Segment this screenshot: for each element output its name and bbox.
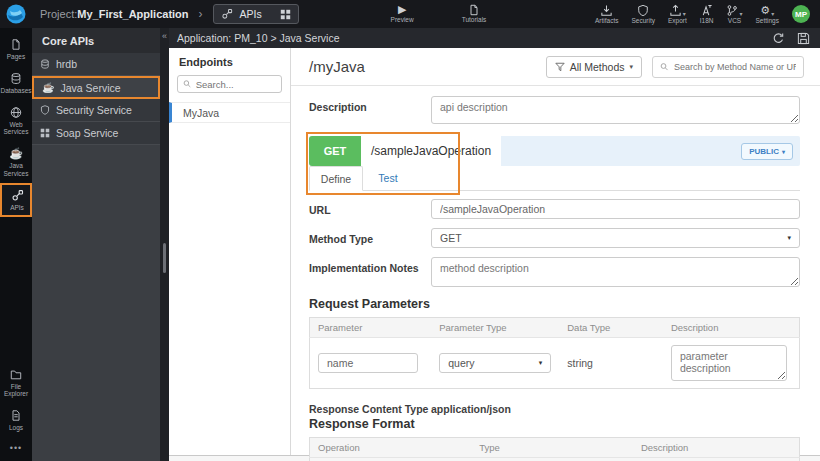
reload-icon[interactable] bbox=[772, 32, 785, 45]
sidebar-item-logs[interactable]: Logs bbox=[0, 403, 32, 437]
caret-down-icon: ▾ bbox=[782, 148, 785, 155]
database-icon bbox=[40, 59, 50, 69]
tutorials-button[interactable]: Tutorials bbox=[462, 4, 487, 24]
operation-block: GET /sampleJavaOperation PUBLIC ▾ Define… bbox=[309, 136, 800, 191]
save-icon[interactable] bbox=[797, 32, 810, 45]
preview-button[interactable]: ▶ Preview bbox=[391, 4, 414, 24]
soap-icon bbox=[40, 128, 50, 138]
more-options-icon[interactable]: ••• bbox=[0, 437, 32, 461]
access-dropdown[interactable]: PUBLIC ▾ bbox=[741, 143, 793, 160]
api-form: Description api description GET /sampleJ… bbox=[291, 86, 820, 461]
download-icon bbox=[600, 4, 613, 17]
parameter-description-textarea[interactable]: parameter description bbox=[671, 345, 787, 381]
sidebar-item-apis[interactable]: APIs bbox=[0, 183, 32, 217]
branch-icon bbox=[726, 4, 738, 17]
parameter-name-input[interactable] bbox=[318, 353, 418, 373]
method-type-value: GET bbox=[440, 232, 787, 244]
project-name: My_First_Application bbox=[77, 8, 188, 20]
tab-define[interactable]: Define bbox=[309, 166, 363, 191]
artifacts-label: Artifacts bbox=[595, 18, 618, 25]
caret-down-icon: ▾ bbox=[739, 11, 742, 17]
export-button[interactable]: ▾ Export bbox=[668, 4, 687, 25]
core-api-item-hrdb[interactable]: hrdb bbox=[32, 53, 160, 76]
document-icon bbox=[468, 4, 480, 16]
url-input[interactable] bbox=[431, 199, 800, 219]
description-textarea[interactable]: api description bbox=[431, 96, 800, 124]
access-label: PUBLIC bbox=[749, 147, 779, 156]
api-icon bbox=[11, 189, 24, 202]
pages-label: Pages bbox=[7, 53, 25, 61]
caret-down-icon: ▾ bbox=[539, 359, 543, 367]
topbar-actions: Artifacts Security ▾ Export I18N bbox=[595, 4, 810, 25]
table-row: sampleJavaOperation string No descriptio… bbox=[310, 458, 800, 461]
impl-notes-textarea[interactable]: method description bbox=[431, 257, 800, 287]
table-row: query ▾ string parameter description bbox=[310, 338, 800, 389]
column-header: Description bbox=[633, 438, 800, 458]
caret-down-icon: ▾ bbox=[683, 11, 686, 17]
core-api-item-java-service[interactable]: ☕ Java Service bbox=[32, 76, 160, 99]
sidebar-item-file-explorer[interactable]: File Explorer bbox=[0, 362, 32, 404]
user-avatar[interactable]: MP bbox=[792, 5, 810, 23]
parameter-type-select[interactable]: query ▾ bbox=[439, 353, 551, 373]
endpoint-item-myjava[interactable]: MyJava bbox=[169, 102, 290, 123]
endpoints-panel: Endpoints MyJava bbox=[169, 48, 291, 455]
coffee-icon: ☕ bbox=[42, 83, 54, 93]
method-search-input[interactable] bbox=[674, 62, 796, 72]
core-api-label: Security Service bbox=[56, 104, 132, 116]
search-icon bbox=[183, 79, 192, 89]
security-button[interactable]: Security bbox=[631, 4, 654, 25]
databases-label: Databases bbox=[0, 87, 31, 95]
method-search[interactable] bbox=[652, 56, 804, 78]
core-api-label: Soap Service bbox=[56, 127, 118, 139]
endpoints-search-input[interactable] bbox=[196, 79, 276, 90]
caret-down-icon: ▾ bbox=[629, 63, 633, 71]
panel-collapse-strip: « bbox=[160, 28, 169, 461]
vcs-label: VCS bbox=[728, 18, 741, 25]
sidebar-spacer bbox=[0, 217, 32, 362]
column-header: Description bbox=[663, 318, 800, 338]
artifacts-button[interactable]: Artifacts bbox=[595, 4, 618, 25]
settings-button[interactable]: ⚙ ▾ Settings bbox=[756, 4, 780, 25]
tab-test[interactable]: Test bbox=[363, 166, 413, 190]
http-method-badge[interactable]: GET bbox=[309, 136, 361, 166]
collapse-panel-icon[interactable]: « bbox=[160, 28, 169, 44]
operation-tabs: Define Test bbox=[309, 166, 800, 191]
shield-icon bbox=[637, 4, 649, 17]
sidebar-item-web-services[interactable]: Web Services bbox=[0, 100, 32, 142]
sidebar-item-java-services[interactable]: ☕ Java Services bbox=[0, 141, 32, 183]
tab-apis[interactable]: APIs bbox=[213, 4, 299, 24]
core-api-item-security-service[interactable]: Security Service bbox=[32, 99, 160, 122]
scrollbar-thumb[interactable] bbox=[163, 243, 166, 273]
upload-icon bbox=[669, 4, 682, 17]
core-api-item-soap-service[interactable]: Soap Service bbox=[32, 122, 160, 145]
sidebar-item-pages[interactable]: Pages bbox=[0, 32, 32, 66]
play-icon: ▶ bbox=[398, 4, 406, 16]
core-apis-title: Core APIs bbox=[32, 28, 160, 53]
i18n-label: I18N bbox=[700, 18, 714, 25]
api-header: /myJava All Methods ▾ bbox=[291, 48, 820, 86]
i18n-button[interactable]: I18N bbox=[700, 4, 714, 25]
all-methods-dropdown[interactable]: All Methods ▾ bbox=[546, 56, 642, 78]
breadcrumb: Application: PM_10 > Java Service bbox=[177, 32, 340, 44]
response-content-type-value: application/json bbox=[431, 398, 511, 415]
vcs-button[interactable]: ▾ VCS bbox=[726, 4, 742, 25]
column-header: Data Type bbox=[559, 318, 663, 338]
endpoints-search[interactable] bbox=[177, 75, 282, 93]
operation-path[interactable]: /sampleJavaOperation bbox=[361, 136, 501, 166]
method-type-select[interactable]: GET ▾ bbox=[431, 228, 800, 248]
apis-label: APIs bbox=[10, 204, 24, 212]
operation-header: GET /sampleJavaOperation PUBLIC ▾ bbox=[309, 136, 800, 166]
sidebar-item-databases[interactable]: Databases bbox=[0, 66, 32, 100]
method-type-label: Method Type bbox=[309, 228, 431, 248]
api-icon bbox=[221, 8, 233, 20]
globe-icon bbox=[10, 106, 22, 119]
caret-down-icon: ▾ bbox=[787, 234, 791, 242]
database-icon bbox=[10, 72, 22, 85]
grid-icon[interactable] bbox=[280, 9, 291, 20]
core-api-label: hrdb bbox=[56, 58, 77, 70]
coffee-icon: ☕ bbox=[9, 147, 23, 160]
wavemaker-logo-icon[interactable] bbox=[6, 4, 26, 24]
response-format-heading: Response Format bbox=[309, 417, 800, 431]
project-label[interactable]: Project:My_First_Application bbox=[40, 8, 189, 20]
core-api-label: Java Service bbox=[60, 82, 120, 94]
